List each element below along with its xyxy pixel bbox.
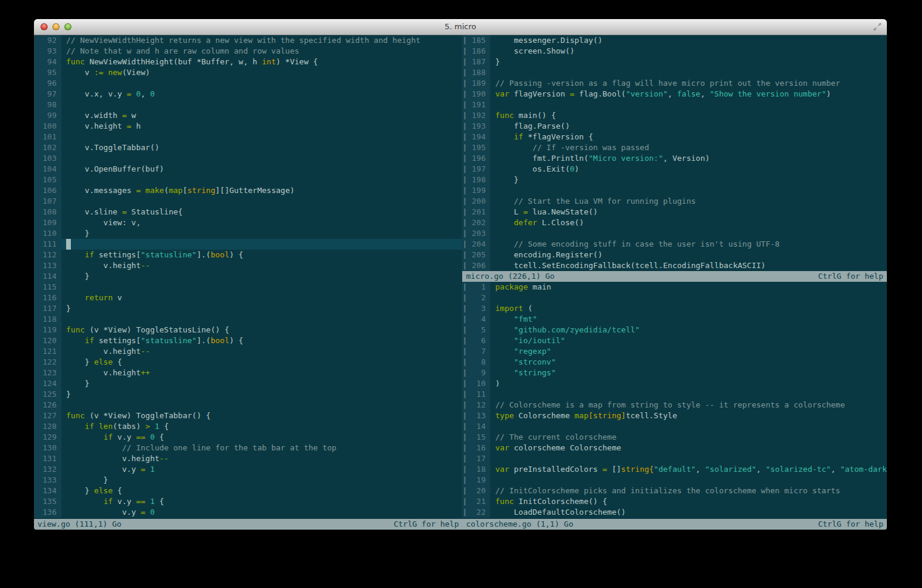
code-line[interactable]: |20// InitColorscheme picks and initiali…: [462, 486, 887, 496]
code-line[interactable]: 101: [34, 132, 462, 142]
code-line[interactable]: |201 L = lua.NewState(): [462, 207, 887, 217]
code-line[interactable]: |185 messenger.Display(): [462, 35, 887, 46]
code-line[interactable]: 92// NewViewWidthHeight returns a new vi…: [34, 35, 462, 46]
editor-pane-view-go[interactable]: 92// NewViewWidthHeight returns a new vi…: [34, 35, 462, 530]
code-line[interactable]: |194 if *flagVersion {: [462, 132, 887, 142]
code-line[interactable]: |187}: [462, 57, 887, 67]
code-line[interactable]: 111: [34, 239, 462, 250]
code-line[interactable]: |5 "github.com/zyedidia/tcell": [462, 325, 887, 335]
code-line[interactable]: |22 LoadDefaultColorscheme(): [462, 507, 887, 518]
code-line[interactable]: 100 v.height = h: [34, 121, 462, 132]
code-line[interactable]: |14: [462, 421, 887, 432]
code-line[interactable]: 121 v.height--: [34, 346, 462, 357]
code-area[interactable]: |185 messenger.Display()|186 screen.Show…: [462, 35, 887, 271]
code-line[interactable]: 112 if settings["statusline"].(bool) {: [34, 250, 462, 260]
code-line[interactable]: |8 "strconv": [462, 357, 887, 368]
code-line[interactable]: |192func main() {: [462, 110, 887, 121]
code-line[interactable]: 128 if len(tabs) > 1 {: [34, 421, 462, 432]
code-line[interactable]: |18var preInstalledColors = []string{"de…: [462, 464, 887, 475]
code-line[interactable]: 135 if v.y == 1 {: [34, 496, 462, 507]
code-line[interactable]: |202 defer L.Close(): [462, 217, 887, 228]
fullscreen-arrows-icon[interactable]: [873, 22, 882, 32]
code-line[interactable]: 108 v.sline = Statusline{: [34, 207, 462, 217]
code-line[interactable]: |6 "io/ioutil": [462, 335, 887, 346]
code-line[interactable]: |196 fmt.Println("Micro version:", Versi…: [462, 153, 887, 164]
code-line[interactable]: |19: [462, 475, 887, 486]
code-line[interactable]: |186 screen.Show(): [462, 46, 887, 57]
code-line[interactable]: 94func NewViewWidthHeight(buf *Buffer, w…: [34, 57, 462, 67]
code-line[interactable]: 113 v.height--: [34, 260, 462, 271]
code-line[interactable]: 119func (v *View) ToggleStatusLine() {: [34, 325, 462, 335]
code-line[interactable]: 99 v.width = w: [34, 110, 462, 121]
code-line[interactable]: |3import (: [462, 303, 887, 314]
code-line[interactable]: 95 v := new(View): [34, 67, 462, 78]
code-line[interactable]: 127func (v *View) ToggleTabbar() {: [34, 410, 462, 421]
code-line[interactable]: |10): [462, 378, 887, 389]
code-line[interactable]: |204 // Some encoding stuff in case the …: [462, 239, 887, 250]
pane-divider: |: [462, 357, 468, 368]
code-line[interactable]: 118: [34, 314, 462, 325]
code-line[interactable]: 129 if v.y == 0 {: [34, 432, 462, 443]
code-line[interactable]: 97 v.x, v.y = 0, 0: [34, 89, 462, 99]
code-line[interactable]: 110 }: [34, 228, 462, 239]
code-line[interactable]: |189// Passing -version as a flag will h…: [462, 78, 887, 89]
code-line[interactable]: |206 tcell.SetEncodingFallback(tcell.Enc…: [462, 260, 887, 271]
code-line[interactable]: |197 os.Exit(0): [462, 164, 887, 175]
code-line[interactable]: 123 v.height++: [34, 368, 462, 378]
code-token: main() {: [514, 111, 556, 120]
code-line[interactable]: 98: [34, 99, 462, 110]
code-line[interactable]: |190var flagVersion = flag.Bool("version…: [462, 89, 887, 99]
code-line[interactable]: 103: [34, 153, 462, 164]
code-line[interactable]: 132 v.y = 1: [34, 464, 462, 475]
code-line[interactable]: |205 encoding.Register(): [462, 250, 887, 260]
code-line[interactable]: 114 }: [34, 271, 462, 282]
code-line[interactable]: |203: [462, 228, 887, 239]
code-line[interactable]: |191: [462, 99, 887, 110]
code-line[interactable]: 117}: [34, 303, 462, 314]
code-line[interactable]: |195 // If -version was passed: [462, 142, 887, 153]
code-line[interactable]: 106 v.messages = make(map[string][]Gutte…: [34, 185, 462, 196]
code-line[interactable]: |15// The current colorscheme: [462, 432, 887, 443]
code-line[interactable]: |7 "regexp": [462, 346, 887, 357]
code-line[interactable]: |13type Colorscheme map[string]tcell.Sty…: [462, 410, 887, 421]
editor-pane-colorscheme-go[interactable]: |1package main|2|3import (|4 "fmt"|5 "gi…: [462, 282, 887, 530]
code-line[interactable]: |1package main: [462, 282, 887, 293]
code-line[interactable]: 130 // Include one line for the tab bar …: [34, 443, 462, 453]
code-line[interactable]: 107: [34, 196, 462, 207]
code-line[interactable]: 109 view: v,: [34, 217, 462, 228]
code-line[interactable]: |4 "fmt": [462, 314, 887, 325]
code-text: if len(tabs) > 1 {: [61, 421, 462, 432]
code-line[interactable]: 115: [34, 282, 462, 293]
code-line[interactable]: 105: [34, 175, 462, 185]
code-line[interactable]: |17: [462, 453, 887, 464]
code-line[interactable]: |16var colorscheme Colorscheme: [462, 443, 887, 453]
code-area[interactable]: |1package main|2|3import (|4 "fmt"|5 "gi…: [462, 282, 887, 519]
code-line[interactable]: 134 } else {: [34, 486, 462, 496]
code-line[interactable]: 133 }: [34, 475, 462, 486]
code-line[interactable]: |9 "strings": [462, 368, 887, 378]
code-line[interactable]: |198 }: [462, 175, 887, 185]
code-line[interactable]: 96: [34, 78, 462, 89]
code-line[interactable]: |11: [462, 389, 887, 400]
code-line[interactable]: 126: [34, 400, 462, 410]
code-line[interactable]: |12// Colorscheme is a map from string t…: [462, 400, 887, 410]
code-line[interactable]: 102 v.ToggleTabbar(): [34, 142, 462, 153]
code-line[interactable]: 122 } else {: [34, 357, 462, 368]
code-line[interactable]: 120 if settings["statusline"].(bool) {: [34, 335, 462, 346]
code-line[interactable]: 125}: [34, 389, 462, 400]
code-line[interactable]: 93// Note that w and h are raw column an…: [34, 46, 462, 57]
editor-pane-micro-go[interactable]: |185 messenger.Display()|186 screen.Show…: [462, 35, 887, 282]
code-line[interactable]: |21func InitColorscheme() {: [462, 496, 887, 507]
code-line[interactable]: 104 v.OpenBuffer(buf): [34, 164, 462, 175]
code-line[interactable]: |2: [462, 293, 887, 303]
code-line[interactable]: 116 return v: [34, 293, 462, 303]
code-line[interactable]: |193 flag.Parse(): [462, 121, 887, 132]
code-line[interactable]: 136 v.y = 0: [34, 507, 462, 518]
code-line[interactable]: 131 v.height--: [34, 453, 462, 464]
code-line[interactable]: |199: [462, 185, 887, 196]
title-bar[interactable]: 5. micro: [34, 19, 887, 35]
code-line[interactable]: |188: [462, 67, 887, 78]
code-line[interactable]: |200 // Start the Lua VM for running plu…: [462, 196, 887, 207]
code-area[interactable]: 92// NewViewWidthHeight returns a new vi…: [34, 35, 462, 519]
code-line[interactable]: 124 }: [34, 378, 462, 389]
